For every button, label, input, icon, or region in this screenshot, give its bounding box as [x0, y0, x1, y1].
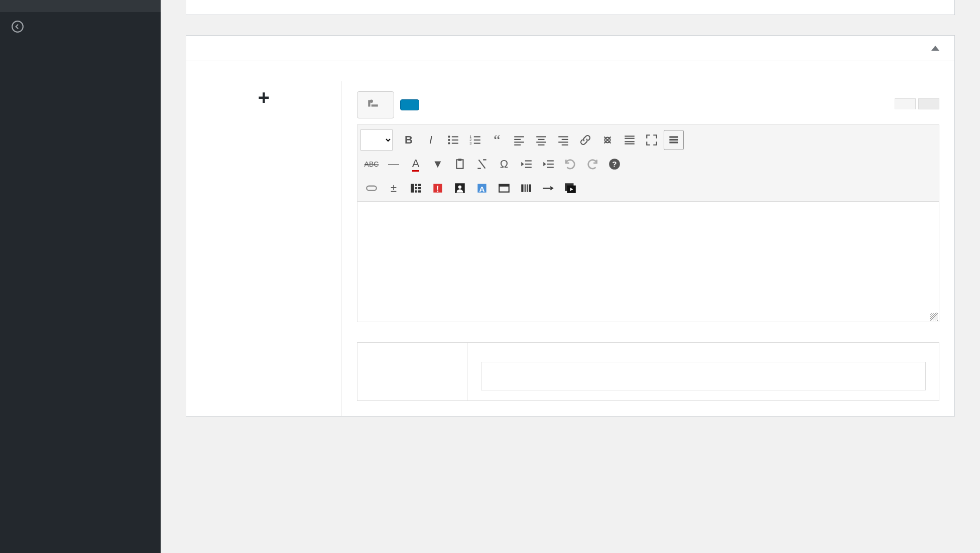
svg-rect-51	[418, 190, 421, 192]
svg-rect-24	[558, 142, 568, 143]
svg-rect-28	[625, 138, 635, 139]
main-content: +	[161, 0, 980, 553]
svg-rect-62	[527, 184, 528, 192]
paste-text-icon[interactable]	[450, 154, 470, 174]
editor-toolbar: B I 123 “	[357, 124, 939, 202]
svg-point-0	[12, 21, 23, 32]
clear-formatting-icon[interactable]	[472, 154, 492, 174]
submenu	[0, 0, 161, 12]
svg-rect-40	[547, 164, 554, 165]
svg-rect-13	[474, 143, 480, 144]
align-left-icon[interactable]	[509, 130, 529, 150]
svg-rect-16	[514, 142, 524, 143]
sc-window-icon[interactable]	[494, 178, 514, 198]
svg-rect-21	[538, 145, 545, 146]
svg-rect-27	[625, 135, 635, 136]
textcolor-icon[interactable]: A	[406, 154, 426, 174]
svg-rect-23	[562, 139, 568, 140]
align-right-icon[interactable]	[553, 130, 573, 150]
blockquote-icon[interactable]: “	[487, 130, 507, 150]
tab-visual[interactable]	[895, 98, 916, 109]
resize-handle-icon[interactable]	[930, 313, 938, 321]
bold-icon[interactable]: B	[399, 130, 419, 150]
svg-rect-5	[452, 136, 458, 137]
ol-icon[interactable]: 123	[465, 130, 485, 150]
questions-heading	[186, 71, 954, 81]
add-shortcode-button[interactable]	[400, 99, 419, 110]
sc-toggle-icon[interactable]: ±	[384, 178, 404, 198]
link-icon[interactable]	[575, 130, 595, 150]
special-char-icon[interactable]: Ω	[494, 154, 514, 174]
strikethrough-icon[interactable]: ABC	[361, 154, 382, 174]
possible-answer-input[interactable]	[481, 362, 926, 390]
svg-rect-11	[474, 136, 480, 137]
sc-columns-icon[interactable]	[406, 178, 426, 198]
svg-rect-6	[452, 140, 458, 141]
media-icon	[366, 97, 380, 113]
answers-panel	[357, 342, 939, 401]
svg-rect-18	[536, 136, 546, 137]
svg-rect-60	[521, 184, 523, 192]
svg-rect-7	[452, 143, 458, 144]
collapse-icon	[10, 19, 25, 34]
collapse-menu[interactable]	[0, 12, 161, 41]
redo-icon[interactable]	[582, 154, 602, 174]
svg-rect-15	[514, 139, 521, 140]
svg-rect-34	[457, 160, 463, 168]
svg-rect-17	[514, 145, 521, 146]
add-question-button[interactable]: +	[186, 81, 341, 114]
sc-grid-icon[interactable]	[516, 178, 536, 198]
unlink-icon[interactable]	[597, 130, 618, 150]
svg-rect-32	[669, 139, 678, 141]
svg-rect-20	[536, 142, 546, 143]
paragraph-select[interactable]	[360, 129, 393, 151]
align-center-icon[interactable]	[531, 130, 551, 150]
sc-alert-icon[interactable]: !	[428, 178, 448, 198]
svg-rect-59	[499, 184, 509, 186]
editor-tabs	[895, 98, 939, 112]
svg-rect-29	[625, 141, 635, 142]
svg-point-2	[448, 135, 450, 137]
add-media-button[interactable]	[357, 91, 394, 118]
discussion-panel: +	[186, 35, 955, 417]
svg-rect-61	[525, 184, 526, 192]
svg-text:3: 3	[469, 141, 471, 146]
italic-icon[interactable]: I	[421, 130, 441, 150]
svg-text:?: ?	[612, 160, 617, 168]
svg-rect-39	[547, 160, 554, 161]
svg-rect-36	[525, 160, 532, 161]
sc-media-icon[interactable]	[560, 178, 580, 198]
sc-divider-icon[interactable]	[538, 178, 558, 198]
sc-button-icon[interactable]	[361, 178, 382, 198]
readmore-icon[interactable]	[620, 130, 640, 150]
help-icon[interactable]: ?	[604, 154, 625, 174]
sc-highlight-icon[interactable]: A	[472, 178, 492, 198]
textcolor-dropdown-icon[interactable]: ▼	[428, 154, 448, 174]
answers-list	[357, 343, 468, 400]
svg-rect-37	[525, 164, 532, 165]
svg-rect-30	[625, 144, 635, 145]
svg-point-4	[448, 142, 450, 144]
svg-rect-47	[415, 187, 417, 189]
svg-rect-31	[669, 136, 678, 137]
svg-rect-19	[538, 139, 545, 140]
svg-rect-41	[547, 167, 554, 168]
editor-content[interactable]	[357, 202, 939, 322]
svg-rect-44	[366, 186, 377, 191]
indent-icon[interactable]	[538, 154, 558, 174]
collapse-panel-icon[interactable]	[931, 46, 939, 51]
undo-icon[interactable]	[560, 154, 580, 174]
svg-rect-33	[669, 142, 678, 143]
panel-header[interactable]	[186, 36, 954, 61]
outdent-icon[interactable]	[516, 154, 536, 174]
ul-icon[interactable]	[443, 130, 463, 150]
fullscreen-icon[interactable]	[642, 130, 662, 150]
svg-rect-63	[529, 184, 531, 192]
svg-rect-35	[458, 159, 462, 161]
tab-text[interactable]	[918, 98, 939, 109]
svg-text:!: !	[436, 184, 439, 194]
toolbar-toggle-icon[interactable]	[664, 130, 684, 150]
svg-point-55	[458, 186, 462, 189]
sc-person-icon[interactable]	[450, 178, 470, 198]
hr-icon[interactable]: —	[384, 154, 404, 174]
